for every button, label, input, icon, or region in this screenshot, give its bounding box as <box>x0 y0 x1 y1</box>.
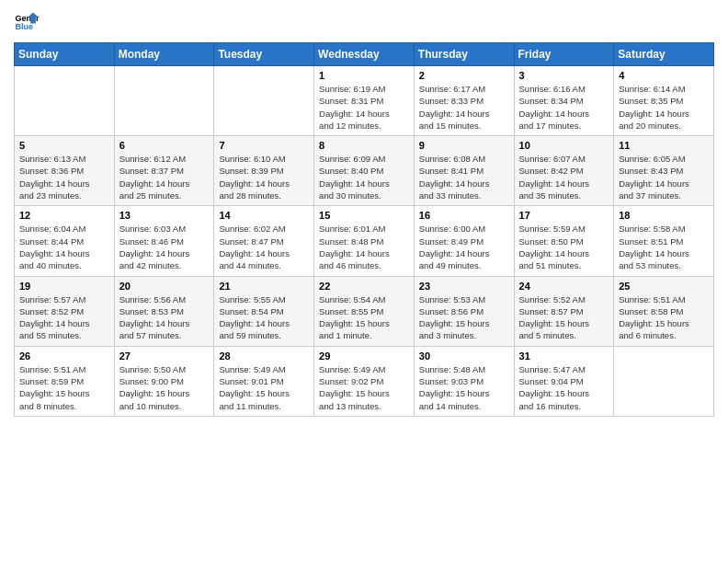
day-info: Sunrise: 6:02 AM Sunset: 8:47 PM Dayligh… <box>219 223 309 271</box>
calendar-cell: 11Sunrise: 6:05 AM Sunset: 8:43 PM Dayli… <box>614 136 714 206</box>
day-info: Sunrise: 5:51 AM Sunset: 8:58 PM Dayligh… <box>619 293 709 342</box>
calendar-cell: 25Sunrise: 5:51 AM Sunset: 8:58 PM Dayli… <box>614 276 714 346</box>
day-number: 30 <box>419 350 509 362</box>
column-header-sunday: Sunday <box>15 43 115 66</box>
day-number: 28 <box>219 350 309 362</box>
day-info: Sunrise: 6:19 AM Sunset: 8:31 PM Dayligh… <box>319 83 409 132</box>
day-info: Sunrise: 5:59 AM Sunset: 8:50 PM Dayligh… <box>519 223 609 271</box>
calendar-cell: 6Sunrise: 6:12 AM Sunset: 8:37 PM Daylig… <box>114 136 214 206</box>
calendar-cell: 15Sunrise: 6:01 AM Sunset: 8:48 PM Dayli… <box>314 206 415 276</box>
calendar-cell: 9Sunrise: 6:08 AM Sunset: 8:41 PM Daylig… <box>414 136 514 206</box>
day-info: Sunrise: 5:51 AM Sunset: 8:59 PM Dayligh… <box>19 363 109 412</box>
day-number: 31 <box>519 350 609 362</box>
day-info: Sunrise: 5:57 AM Sunset: 8:52 PM Dayligh… <box>19 293 109 342</box>
calendar-cell <box>614 346 714 416</box>
day-info: Sunrise: 6:04 AM Sunset: 8:44 PM Dayligh… <box>19 223 109 271</box>
calendar-cell: 5Sunrise: 6:13 AM Sunset: 8:36 PM Daylig… <box>15 136 115 206</box>
day-number: 2 <box>419 70 509 81</box>
calendar-header-row: SundayMondayTuesdayWednesdayThursdayFrid… <box>15 43 714 66</box>
calendar-table: SundayMondayTuesdayWednesdayThursdayFrid… <box>14 42 714 417</box>
calendar-cell: 23Sunrise: 5:53 AM Sunset: 8:56 PM Dayli… <box>414 276 514 346</box>
calendar-cell <box>15 66 115 136</box>
logo: General Blue <box>14 9 40 35</box>
day-number: 1 <box>319 70 409 81</box>
calendar-cell: 31Sunrise: 5:47 AM Sunset: 9:04 PM Dayli… <box>514 346 614 416</box>
day-number: 21 <box>219 281 309 292</box>
day-info: Sunrise: 6:00 AM Sunset: 8:49 PM Dayligh… <box>419 223 509 271</box>
column-header-wednesday: Wednesday <box>314 43 415 66</box>
calendar-cell: 17Sunrise: 5:59 AM Sunset: 8:50 PM Dayli… <box>514 206 614 276</box>
day-number: 17 <box>519 210 609 221</box>
calendar-cell <box>114 66 214 136</box>
calendar-cell: 21Sunrise: 5:55 AM Sunset: 8:54 PM Dayli… <box>214 276 314 346</box>
logo-icon: General Blue <box>14 9 40 35</box>
day-number: 3 <box>519 70 609 81</box>
day-number: 26 <box>19 350 109 362</box>
calendar-week-row: 1Sunrise: 6:19 AM Sunset: 8:31 PM Daylig… <box>15 66 714 136</box>
calendar-cell <box>214 66 314 136</box>
day-number: 18 <box>619 210 709 221</box>
day-info: Sunrise: 5:55 AM Sunset: 8:54 PM Dayligh… <box>219 293 309 342</box>
day-info: Sunrise: 5:47 AM Sunset: 9:04 PM Dayligh… <box>519 363 609 412</box>
calendar-cell: 28Sunrise: 5:49 AM Sunset: 9:01 PM Dayli… <box>214 346 314 416</box>
calendar-cell: 12Sunrise: 6:04 AM Sunset: 8:44 PM Dayli… <box>15 206 115 276</box>
day-info: Sunrise: 6:14 AM Sunset: 8:35 PM Dayligh… <box>619 83 709 132</box>
page: General Blue SundayMondayTuesdayWednesda… <box>0 0 728 563</box>
day-info: Sunrise: 6:05 AM Sunset: 8:43 PM Dayligh… <box>619 153 709 201</box>
day-info: Sunrise: 6:08 AM Sunset: 8:41 PM Dayligh… <box>419 153 509 201</box>
calendar-cell: 4Sunrise: 6:14 AM Sunset: 8:35 PM Daylig… <box>614 66 714 136</box>
calendar-cell: 20Sunrise: 5:56 AM Sunset: 8:53 PM Dayli… <box>114 276 214 346</box>
day-info: Sunrise: 6:16 AM Sunset: 8:34 PM Dayligh… <box>519 83 609 132</box>
calendar-cell: 29Sunrise: 5:49 AM Sunset: 9:02 PM Dayli… <box>314 346 415 416</box>
column-header-thursday: Thursday <box>414 43 514 66</box>
calendar-cell: 1Sunrise: 6:19 AM Sunset: 8:31 PM Daylig… <box>314 66 415 136</box>
calendar-cell: 3Sunrise: 6:16 AM Sunset: 8:34 PM Daylig… <box>514 66 614 136</box>
day-number: 10 <box>519 140 609 151</box>
day-info: Sunrise: 5:56 AM Sunset: 8:53 PM Dayligh… <box>119 293 210 342</box>
calendar-cell: 10Sunrise: 6:07 AM Sunset: 8:42 PM Dayli… <box>514 136 614 206</box>
column-header-friday: Friday <box>514 43 614 66</box>
day-info: Sunrise: 5:50 AM Sunset: 9:00 PM Dayligh… <box>119 363 210 412</box>
column-header-tuesday: Tuesday <box>214 43 314 66</box>
day-info: Sunrise: 6:07 AM Sunset: 8:42 PM Dayligh… <box>519 153 609 201</box>
day-number: 7 <box>219 140 309 151</box>
day-number: 29 <box>319 350 409 362</box>
day-info: Sunrise: 5:49 AM Sunset: 9:02 PM Dayligh… <box>319 363 409 412</box>
day-number: 12 <box>19 210 109 221</box>
day-number: 15 <box>319 210 409 221</box>
day-info: Sunrise: 6:03 AM Sunset: 8:46 PM Dayligh… <box>119 223 210 271</box>
day-info: Sunrise: 6:13 AM Sunset: 8:36 PM Dayligh… <box>19 153 109 201</box>
day-number: 6 <box>119 140 210 151</box>
calendar-week-row: 12Sunrise: 6:04 AM Sunset: 8:44 PM Dayli… <box>15 206 714 276</box>
day-number: 19 <box>19 281 109 292</box>
calendar-cell: 13Sunrise: 6:03 AM Sunset: 8:46 PM Dayli… <box>114 206 214 276</box>
calendar-cell: 27Sunrise: 5:50 AM Sunset: 9:00 PM Dayli… <box>114 346 214 416</box>
day-number: 16 <box>419 210 509 221</box>
header: General Blue <box>14 9 714 35</box>
column-header-monday: Monday <box>114 43 214 66</box>
calendar-cell: 16Sunrise: 6:00 AM Sunset: 8:49 PM Dayli… <box>414 206 514 276</box>
day-number: 20 <box>119 281 210 292</box>
calendar-cell: 7Sunrise: 6:10 AM Sunset: 8:39 PM Daylig… <box>214 136 314 206</box>
calendar-cell: 22Sunrise: 5:54 AM Sunset: 8:55 PM Dayli… <box>314 276 415 346</box>
day-number: 25 <box>619 281 709 292</box>
day-info: Sunrise: 6:17 AM Sunset: 8:33 PM Dayligh… <box>419 83 509 132</box>
calendar-cell: 30Sunrise: 5:48 AM Sunset: 9:03 PM Dayli… <box>414 346 514 416</box>
day-info: Sunrise: 6:09 AM Sunset: 8:40 PM Dayligh… <box>319 153 409 201</box>
day-number: 14 <box>219 210 309 221</box>
calendar-week-row: 26Sunrise: 5:51 AM Sunset: 8:59 PM Dayli… <box>15 346 714 416</box>
day-number: 23 <box>419 281 509 292</box>
day-info: Sunrise: 5:48 AM Sunset: 9:03 PM Dayligh… <box>419 363 509 412</box>
calendar-cell: 19Sunrise: 5:57 AM Sunset: 8:52 PM Dayli… <box>15 276 115 346</box>
calendar-cell: 14Sunrise: 6:02 AM Sunset: 8:47 PM Dayli… <box>214 206 314 276</box>
day-number: 27 <box>119 350 210 362</box>
day-number: 24 <box>519 281 609 292</box>
column-header-saturday: Saturday <box>614 43 714 66</box>
day-info: Sunrise: 5:54 AM Sunset: 8:55 PM Dayligh… <box>319 293 409 342</box>
day-number: 9 <box>419 140 509 151</box>
day-number: 11 <box>619 140 709 151</box>
day-number: 22 <box>319 281 409 292</box>
day-info: Sunrise: 5:49 AM Sunset: 9:01 PM Dayligh… <box>219 363 309 412</box>
calendar-cell: 18Sunrise: 5:58 AM Sunset: 8:51 PM Dayli… <box>614 206 714 276</box>
day-number: 5 <box>19 140 109 151</box>
